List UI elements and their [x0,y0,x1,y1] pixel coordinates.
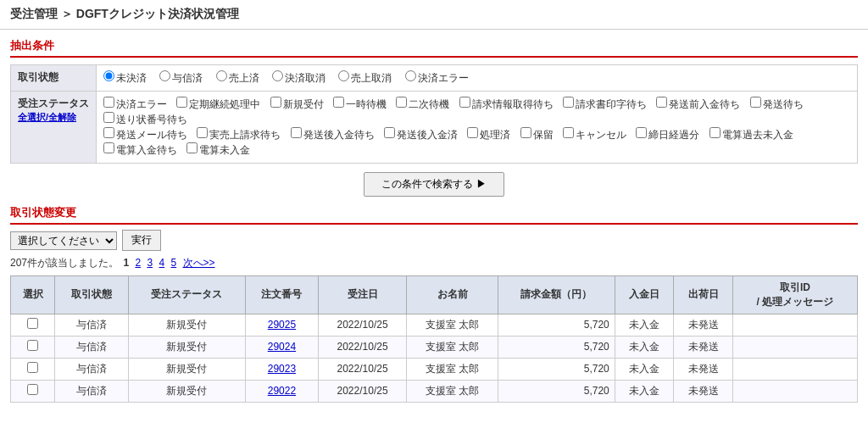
cell-order-status: 新規受付 [129,314,246,336]
cb-label-processed[interactable]: 処理済 [467,129,510,141]
radio-label-error[interactable]: 決済エラー [405,72,469,84]
search-button-wrap: この条件で検索する ▶ [10,172,858,197]
cb-invoice-print[interactable] [563,97,574,108]
cell-order-status: 新規受付 [129,380,246,402]
radio-unsettled[interactable] [103,70,114,81]
th-order-date: 受注日 [319,276,407,314]
next-page-link[interactable]: 次へ>> [183,257,215,269]
cb-label-electronic-not-paid[interactable]: 電算未入金 [186,144,250,156]
radio-label-sales-cancel[interactable]: 売上取消 [338,72,392,84]
data-table: 選択 取引状態 受注ステータス 注文番号 受注日 お名前 請求金額（円） 入金日… [10,275,858,403]
page-link-4[interactable]: 4 [159,257,164,269]
radio-cancel[interactable] [272,70,283,81]
cell-select[interactable] [11,314,55,336]
page-link-2[interactable]: 2 [135,257,141,269]
table-row: 与信済 新規受付 29024 2022/10/25 支援室 太郎 5,720 未… [11,336,858,358]
cb-label-post-ship-payment[interactable]: 発送後入金待ち [291,129,375,141]
radio-credit[interactable] [159,70,170,81]
cb-ship-mail[interactable] [103,127,114,138]
cb-ship-waiting[interactable] [750,97,761,108]
cell-transaction-status: 与信済 [55,336,129,358]
cb-label-ship-mail[interactable]: 発送メール待ち [103,129,187,141]
cb-label-invoice-print[interactable]: 請求書印字待ち [563,98,647,110]
cb-new-order[interactable] [270,97,281,108]
cb-label-hold[interactable]: 保留 [520,129,554,141]
row-checkbox-3[interactable] [27,384,38,395]
transaction-status-cell: 未決済 与信済 売上済 決済取消 売上取消 決済エラー [97,65,858,92]
radio-sales-cancel[interactable] [338,70,349,81]
cell-order-no[interactable]: 29024 [245,336,319,358]
page-link-5[interactable]: 5 [171,257,177,269]
cb-label-payment-error[interactable]: 決済エラー [103,98,167,110]
cb-electronic-waiting[interactable] [103,142,114,153]
cb-recurring[interactable] [176,97,187,108]
cb-label-temp-hold[interactable]: 一時待機 [333,98,387,110]
cb-label-cancelled[interactable]: キャンセル [563,129,626,141]
order-link-1[interactable]: 29024 [268,341,296,353]
cb-post-ship-paid[interactable] [384,127,395,138]
cb-post-ship-payment[interactable] [291,127,302,138]
cb-label-post-ship-paid[interactable]: 発送後入金済 [384,129,458,141]
cell-order-no[interactable]: 29022 [245,380,319,402]
cb-second-hold[interactable] [396,97,407,108]
cb-label-electronic-unpaid[interactable]: 電算過去未入金 [709,129,793,141]
order-link-2[interactable]: 29023 [268,363,296,375]
th-amount: 請求金額（円） [498,276,615,314]
order-status-cell: 決済エラー 定期継続処理中 新規受付 一時待機 二次待機 請求情報取得待ち 請求… [97,92,858,164]
cb-electronic-not-paid[interactable] [186,142,198,153]
cb-label-second-hold[interactable]: 二次待機 [396,98,449,110]
filter-section: 抽出条件 取引状態 未決済 与信済 売上済 決済取消 売上取消 決済エラー 受注… [10,38,858,197]
cb-cancelled[interactable] [563,127,574,138]
cell-payment-date: 未入金 [615,336,674,358]
status-change-section: 取引状態変更 選択してください 実行 207件が該当しました。 1 2 3 4 … [10,205,858,403]
status-change-row: 選択してください 実行 [10,230,858,251]
row-checkbox-0[interactable] [27,318,38,329]
cb-electronic-unpaid[interactable] [709,127,721,138]
cb-deadline-passed[interactable] [636,127,647,138]
cell-transaction-status: 与信済 [55,380,129,402]
cb-label-recurring[interactable]: 定期継続処理中 [176,98,260,110]
cb-label-new-order[interactable]: 新規受付 [270,98,324,110]
radio-label-credit[interactable]: 与信済 [159,72,203,84]
cb-processed[interactable] [467,127,478,138]
radio-label-unsettled[interactable]: 未決済 [103,72,147,84]
cb-label-invoice-waiting[interactable]: 請求情報取得待ち [459,98,554,110]
cell-order-no[interactable]: 29023 [245,358,319,380]
cb-label-electronic-waiting[interactable]: 電算入金待ち [103,144,177,156]
cb-payment-error[interactable] [103,97,114,108]
radio-error[interactable] [405,70,416,81]
search-button[interactable]: この条件で検索する ▶ [364,172,504,197]
cb-hold[interactable] [520,127,531,138]
cell-payment-date: 未入金 [615,358,674,380]
select-all-link[interactable]: 全選択/全解除 [18,112,76,122]
cb-tracking[interactable] [103,112,114,123]
cell-order-status: 新規受付 [129,336,246,358]
cb-label-sales-request[interactable]: 実売上請求待ち [197,129,281,141]
order-status-checkbox-group: 決済エラー 定期継続処理中 新規受付 一時待機 二次待機 請求情報取得待ち 請求… [103,97,850,158]
cell-shipping-date: 未発送 [674,380,733,402]
cell-select[interactable] [11,380,55,402]
cb-label-pre-ship-payment[interactable]: 発送前入金待ち [656,98,740,110]
radio-sales[interactable] [216,70,227,81]
cell-order-no[interactable]: 29025 [245,314,319,336]
execute-button[interactable]: 実行 [122,230,161,251]
cb-invoice-waiting[interactable] [459,97,470,108]
status-change-select[interactable]: 選択してください [10,231,117,250]
cb-label-ship-waiting[interactable]: 発送待ち [750,98,804,110]
order-link-0[interactable]: 29025 [268,319,296,331]
cb-label-deadline-passed[interactable]: 締日経過分 [636,129,699,141]
cb-label-tracking[interactable]: 送り状番号待ち [103,114,187,125]
cell-select[interactable] [11,358,55,380]
cell-amount: 5,720 [498,380,615,402]
cb-sales-request[interactable] [197,127,208,138]
cb-temp-hold[interactable] [333,97,344,108]
page-link-1[interactable]: 1 [123,257,129,269]
order-link-3[interactable]: 29022 [268,385,296,397]
radio-label-cancel[interactable]: 決済取消 [272,72,326,84]
page-link-3[interactable]: 3 [147,257,153,269]
cb-pre-ship-payment[interactable] [656,97,667,108]
radio-label-sales[interactable]: 売上済 [216,72,259,84]
row-checkbox-1[interactable] [27,340,38,351]
cell-select[interactable] [11,336,55,358]
row-checkbox-2[interactable] [27,362,38,373]
